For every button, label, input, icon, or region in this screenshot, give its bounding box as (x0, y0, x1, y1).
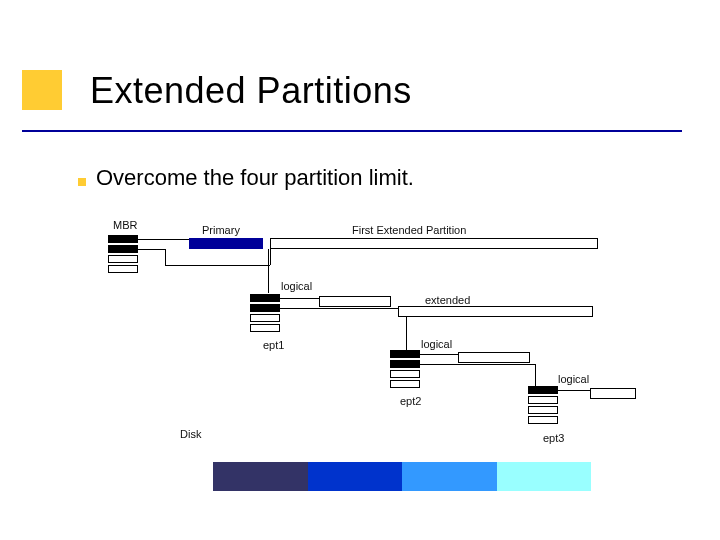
ept2-record-4 (390, 380, 420, 388)
ept3-record-3 (528, 406, 558, 414)
ept3-records (528, 386, 558, 426)
label-logical-2: logical (421, 338, 452, 350)
conn-ept1-logical (280, 298, 319, 299)
title-underline (22, 130, 682, 132)
ept2-record-3 (390, 370, 420, 378)
disk-color-strip (213, 462, 591, 491)
label-primary: Primary (202, 224, 240, 236)
ept2-records (390, 350, 420, 390)
ept1-record-3 (250, 314, 280, 322)
ept2-record-2 (390, 360, 420, 368)
page-subtitle: Overcome the four partition limit. (96, 165, 414, 191)
logical2-bar (458, 352, 530, 363)
ept2-record-1 (390, 350, 420, 358)
mbr-record-1 (108, 235, 138, 243)
ept1-record-4 (250, 324, 280, 332)
primary-bar (189, 238, 263, 249)
mbr-records (108, 235, 138, 275)
conn-mbr-ext-d (270, 249, 271, 265)
label-ept2: ept2 (400, 395, 421, 407)
title-accent-square (22, 70, 62, 110)
conn-ext2-ept2 (406, 317, 407, 350)
disk-seg-1 (213, 462, 308, 491)
first-extended-bar (270, 238, 598, 249)
ept3-record-1 (528, 386, 558, 394)
conn-mbr-ext-a (138, 249, 166, 250)
mbr-record-2 (108, 245, 138, 253)
bullet-icon (78, 178, 86, 186)
mbr-record-3 (108, 255, 138, 263)
ept1-records (250, 294, 280, 334)
logical1-bar (319, 296, 391, 307)
disk-seg-2 (308, 462, 403, 491)
ept1-record-2 (250, 304, 280, 312)
conn-next-ept3 (535, 364, 536, 386)
mbr-record-4 (108, 265, 138, 273)
conn-ept3-logical (558, 390, 590, 391)
ept3-record-2 (528, 396, 558, 404)
extended2-bar (398, 306, 593, 317)
label-extended: extended (425, 294, 470, 306)
conn-mbr-primary (138, 239, 189, 240)
conn-mbr-ext-b (165, 249, 166, 265)
conn-ept2-next (420, 364, 535, 365)
logical3-bar (590, 388, 636, 399)
conn-ext-ept1 (268, 249, 269, 293)
conn-mbr-ext-c (165, 265, 270, 266)
label-ept3: ept3 (543, 432, 564, 444)
page-title: Extended Partitions (90, 70, 412, 112)
label-disk: Disk (180, 428, 201, 440)
label-mbr: MBR (113, 219, 137, 231)
ept3-record-4 (528, 416, 558, 424)
label-first-extended: First Extended Partition (352, 224, 466, 236)
disk-seg-4 (497, 462, 592, 491)
label-ept1: ept1 (263, 339, 284, 351)
conn-ept2-logical (420, 354, 458, 355)
conn-ept1-extended (280, 308, 398, 309)
label-logical-3: logical (558, 373, 589, 385)
disk-seg-3 (402, 462, 497, 491)
ept1-record-1 (250, 294, 280, 302)
label-logical-1: logical (281, 280, 312, 292)
